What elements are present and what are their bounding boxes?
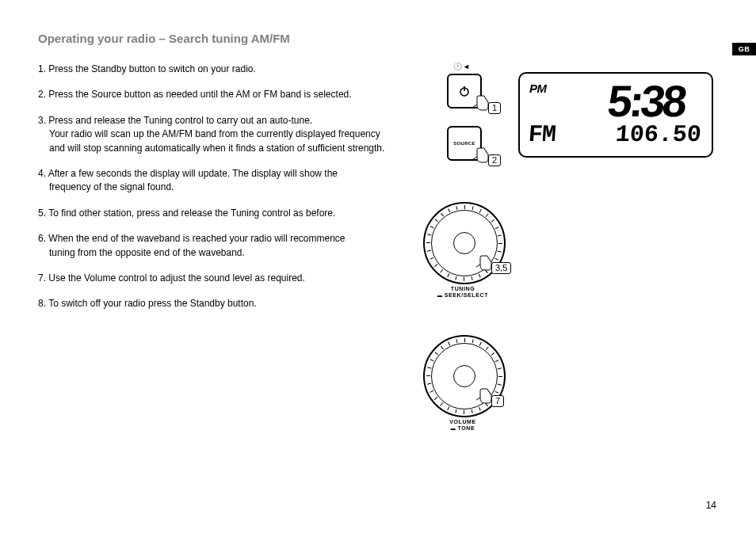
lcd-display: PM 5:38 FM 106.50 (518, 72, 713, 158)
step-label-2: 2 (488, 154, 501, 166)
lcd-ampm: PM (529, 82, 547, 95)
step-label-7: 7 (491, 395, 504, 407)
step-8: 8. To switch off your radio press the St… (38, 297, 393, 310)
step-5: 5. To find other station, press and rele… (38, 207, 393, 220)
step-3: 3. Press and release the Tuning control … (38, 114, 393, 155)
volume-dial-caption: VOLUME ▬ TONE (415, 419, 510, 432)
tuning-dial-caption: TUNING ▬ SEEK/SELECT (415, 286, 510, 299)
step-label-1: 1 (488, 102, 501, 114)
alarm-indicator-icon: 🕑◄ (453, 63, 471, 70)
svg-text:106.50: 106.50 (615, 121, 702, 145)
step-6: 6. When the end of the waveband is reach… (38, 232, 393, 260)
page-number: 14 (706, 500, 716, 511)
lcd-frequency: 106.50 (585, 121, 704, 145)
lcd-band: FM (529, 121, 571, 145)
page-heading: Operating your radio – Search tuning AM/… (38, 32, 718, 45)
source-button-label: SOURCE (453, 141, 475, 146)
step-7: 7. Use the Volume control to adjust the … (38, 272, 393, 285)
svg-text:5:38: 5:38 (605, 80, 687, 121)
power-icon (458, 85, 471, 97)
step-1: 1. Press the Standby button to switch on… (38, 63, 393, 76)
seven-segment-time: 5:38 (553, 80, 688, 121)
svg-text:FM: FM (529, 121, 556, 145)
figure-panel: 🕑◄ 1 SOURCE 2 (412, 63, 718, 323)
language-tab: GB (732, 43, 756, 55)
step-2: 2. Press the Source button as needed unt… (38, 88, 393, 101)
step-label-3-5: 3,5 (491, 262, 511, 274)
lcd-time: 5:38 (553, 80, 704, 121)
instruction-list: 1. Press the Standby button to switch on… (38, 63, 393, 323)
step-4: 4. After a few seconds the display will … (38, 167, 393, 195)
